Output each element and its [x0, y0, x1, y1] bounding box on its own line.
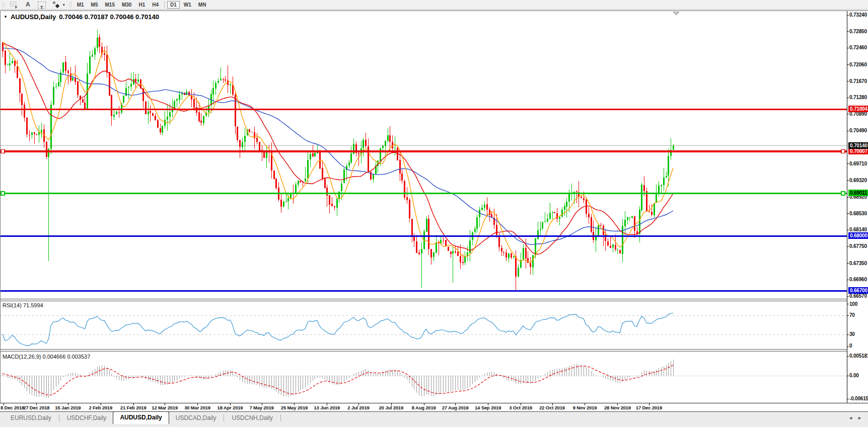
chart-canvas[interactable]: [0, 0, 868, 427]
window-separator: [0, 9, 868, 11]
horizontal-line-0.69011[interactable]: [0, 192, 847, 195]
date-axis-label: 2 Feb 2019: [89, 405, 112, 410]
timeframe-button-h4[interactable]: H4: [149, 1, 162, 9]
hline-price-label: 0.68000: [848, 232, 868, 239]
tab-eurusd-daily[interactable]: EURUSD,Daily: [4, 412, 58, 423]
date-axis-label: 30 Mar 2019: [184, 405, 210, 410]
timeframe-button-d1[interactable]: D1: [167, 1, 180, 9]
chart-bottom-border: [0, 403, 868, 403]
price-axis-label: 0.73240: [849, 12, 867, 18]
date-axis-label: 27 Aug 2019: [442, 405, 469, 410]
moving-average-slow: [3, 48, 673, 245]
timeframe-button-m30[interactable]: M30: [119, 1, 134, 9]
price-axis-label: 0.67750: [849, 243, 867, 249]
svg-text:F: F: [15, 6, 18, 9]
chart-shift-marker: [673, 12, 679, 15]
date-axis-label: 2 Jul 2019: [347, 405, 369, 410]
timeframe-button-m1[interactable]: M1: [74, 1, 87, 9]
date-axis-label: 7 May 2019: [249, 405, 273, 410]
timeframe-button-h1[interactable]: H1: [135, 1, 148, 9]
timeframe-button-m5[interactable]: M5: [88, 1, 101, 9]
timeframe-button-w1[interactable]: W1: [181, 1, 194, 9]
toolbar: F A T ▾ M1M5M15M30H1H4D1W1MN: [0, 0, 868, 9]
tab-scroll-left-icon[interactable]: ◄: [848, 415, 853, 420]
horizontal-line-0.70007[interactable]: [0, 150, 847, 153]
date-axis-label: 12 Mar 2019: [152, 405, 178, 410]
tab-usdchf-daily[interactable]: USDCHF,Daily: [60, 412, 113, 423]
pane-separator: [0, 301, 847, 301]
price-axis-label: 0.68140: [849, 227, 867, 232]
arrows-icon[interactable]: [52, 1, 60, 9]
date-axis-label: 21 Feb 2019: [120, 405, 147, 410]
rsi-axis-label: 100: [849, 301, 857, 307]
price-axis-label: 0.70490: [849, 128, 867, 133]
price-axis-label: 0.66960: [849, 277, 867, 282]
toolbar-grip[interactable]: [69, 2, 71, 8]
chart-ohlc-values: 0.70046 0.70187 0.70046 0.70140: [59, 13, 159, 21]
tab-scroll-right-icon[interactable]: ►: [857, 415, 862, 420]
chevron-down-icon[interactable]: ▾: [63, 3, 65, 7]
date-axis-label: 15 Jan 2019: [55, 405, 81, 410]
hline-price-label: 0.71004: [848, 106, 868, 112]
macd-axis-label: 0.00: [849, 373, 868, 378]
toolbar-grip[interactable]: [2, 2, 5, 8]
price-axis-label: 0.72060: [849, 62, 867, 67]
date-axis[interactable]: 8 Dec 201827 Dec 201815 Jan 20192 Feb 20…: [0, 404, 868, 411]
timeframe-button-m15[interactable]: M15: [102, 1, 118, 9]
rsi-axis-label: 0: [849, 343, 852, 349]
rsi-indicator-label: RSI(14) 71.5994: [3, 302, 43, 308]
date-axis-label: 28 Nov 2019: [604, 405, 631, 410]
horizontal-line-0.66700[interactable]: [0, 290, 847, 292]
candlestick-series: [2, 30, 674, 291]
chart-dropdown-icon[interactable]: ▼: [4, 15, 8, 19]
chart-title: ▼AUDUSD,Daily0.70046 0.70187 0.70046 0.7…: [4, 13, 162, 21]
chart-symbol-label: AUDUSD,Daily: [11, 13, 56, 21]
tab-divider: [224, 414, 224, 421]
price-axis-label: 0.72460: [849, 45, 867, 50]
date-axis-label: 9 Nov 2019: [573, 405, 597, 410]
moving-average-mid: [3, 42, 673, 254]
macd-axis-label: 0.005181: [849, 353, 868, 359]
hline-price-label: 0.69011: [848, 190, 868, 196]
tab-usdcnh-daily[interactable]: USDCNH,Daily: [225, 412, 279, 423]
text-icon[interactable]: A: [24, 1, 32, 9]
price-axis-label: 0.72850: [849, 29, 867, 34]
price-axis-label: 0.69320: [849, 178, 867, 183]
price-axis-label: 0.68530: [849, 211, 867, 216]
price-axis-label: 0.71670: [849, 78, 867, 84]
chart-left-border: [0, 11, 1, 403]
mt4-window: F A T ▾ M1M5M15M30H1H4D1W1MN ▼AUDUSD,Dai…: [0, 0, 868, 427]
fibonacci-icon[interactable]: F: [10, 1, 18, 9]
rsi-line: [3, 313, 673, 346]
hline-price-label: 0.66700: [848, 287, 868, 294]
macd-signal-line: [3, 365, 673, 395]
chart-tab-bar: EURUSD,DailyUSDCHF,DailyAUDUSD,DailyUSDC…: [0, 411, 868, 427]
timeframe-toolbar: M1M5M15M30H1H4D1W1MN: [74, 1, 210, 9]
pane-separator: [0, 351, 847, 352]
hline-price-label: 0.70007: [848, 148, 868, 154]
rsi-axis-label: 70: [849, 312, 855, 318]
macd-histogram: [3, 360, 674, 398]
date-axis-label: 14 Sep 2019: [475, 405, 501, 410]
date-axis-label: 8 Aug 2019: [412, 405, 436, 410]
timeframe-button-mn[interactable]: MN: [195, 1, 209, 9]
price-axis-label: 0.69710: [849, 161, 867, 166]
label-icon[interactable]: T: [38, 2, 46, 9]
tab-divider: [59, 414, 59, 421]
horizontal-line-0.71004[interactable]: [0, 109, 847, 110]
tab-divider: [280, 414, 281, 421]
chart-tabs: EURUSD,DailyUSDCHF,DailyAUDUSD,DailyUSDC…: [4, 412, 868, 424]
price-axis-label: 0.67350: [849, 261, 867, 266]
date-axis-label: 25 May 2019: [281, 405, 308, 410]
tab-audusd-daily[interactable]: AUDUSD,Daily: [113, 411, 169, 424]
price-axis[interactable]: 0.732400.728500.724600.720600.716700.712…: [847, 11, 868, 403]
date-axis-label: 18 Apr 2019: [218, 405, 243, 410]
date-axis-label: 3 Oct 2019: [509, 405, 532, 410]
tab-usdcad-daily[interactable]: USDCAD,Daily: [169, 412, 223, 423]
price-axis-label: 0.71280: [849, 95, 867, 100]
horizontal-line-0.68000[interactable]: [0, 235, 847, 237]
macd-indicator-label: MACD(12,26,9) 0.004666 0.003537: [3, 354, 90, 360]
current-price-label: 0.70140: [848, 142, 868, 149]
date-axis-label: 8 Dec 2018: [1, 405, 24, 410]
date-axis-label: 17 Dec 2019: [636, 405, 662, 410]
